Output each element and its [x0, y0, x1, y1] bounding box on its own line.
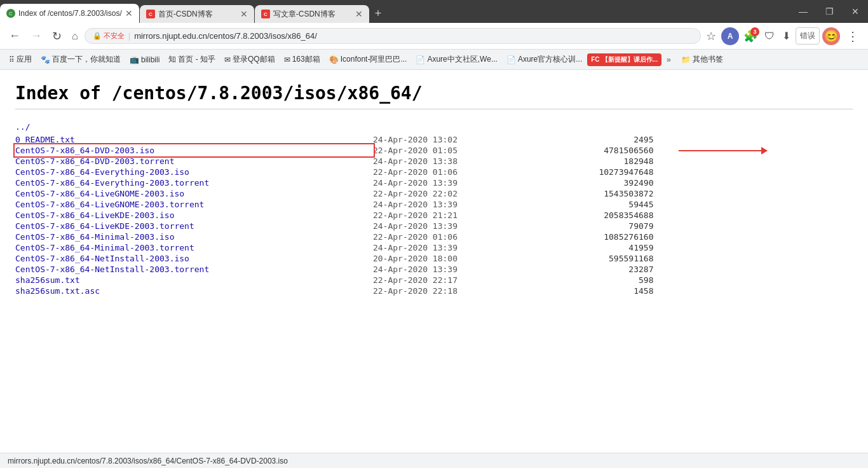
table-row: CentOS-7-x86_64-Minimal-2003.torrent24-A… [15, 242, 853, 253]
file-link[interactable]: CentOS-7-x86_64-LiveKDE-2003.torrent [15, 221, 194, 231]
table-row: CentOS-7-x86_64-LiveGNOME-2003.iso22-Apr… [15, 188, 853, 199]
file-link[interactable]: CentOS-7-x86_64-Minimal-2003.iso [15, 232, 174, 242]
close-button[interactable]: ✕ [843, 0, 868, 23]
home-button[interactable]: ⌂ [68, 28, 82, 45]
minimize-button[interactable]: — [790, 0, 817, 23]
file-link[interactable]: CentOS-7-x86_64-NetInstall-2003.iso [15, 254, 189, 263]
file-date: 24-Apr-2020 13:39 [373, 264, 542, 275]
file-link[interactable]: sha256sum.txt [15, 275, 80, 285]
file-link[interactable]: CentOS-7-x86_64-Everything-2003.iso [15, 167, 189, 177]
page-title: Index of /centos/7.8.2003/isos/x86_64/ [15, 83, 853, 109]
extension-badge[interactable]: 🧩 3 [742, 27, 759, 45]
file-date: 24-Apr-2020 13:39 [373, 177, 542, 188]
file-link[interactable]: CentOS-7-x86_64-LiveGNOME-2003.torrent [15, 200, 204, 209]
bookmarks-bar: ⠿ 应用 🐾 百度一下，你就知道 📺 bilibili 知 首页 - 知乎 ✉ … [0, 50, 868, 70]
tab-bar: C Index of /centos/7.8.2003/isos/ ✕ C 首页… [0, 0, 868, 23]
file-size: 1543503872 [542, 188, 667, 199]
tab-index[interactable]: C Index of /centos/7.8.2003/isos/ ✕ [0, 4, 139, 23]
file-date: 24-Apr-2020 13:39 [373, 221, 542, 231]
file-link[interactable]: CentOS-7-x86_64-DVD-2003.torrent [15, 156, 174, 166]
tab2-favicon: C [146, 10, 155, 18]
url-separator: | [128, 31, 130, 41]
file-date: 22-Apr-2020 01:06 [373, 231, 542, 242]
tab-csdn-write[interactable]: C 写文章-CSDN博客 ✕ [255, 5, 369, 23]
file-size: 10273947648 [542, 167, 667, 177]
file-size: 2058354688 [542, 210, 667, 221]
file-link[interactable]: 0_README.txt [15, 135, 75, 144]
status-bar: mirrors.njupt.edu.cn/centos/7.8.2003/iso… [0, 453, 868, 468]
extension-badge-count: 3 [750, 27, 759, 36]
address-bar: ← → ↻ ⌂ 🔒 不安全 | ☆ A 🧩 3 🛡 ⬇ 错误 😊 ⋮ [0, 23, 868, 50]
qq-mail-bookmark[interactable]: ✉ 登录QQ邮箱 [220, 52, 279, 67]
parent-dir-link[interactable]: ../ [15, 122, 30, 132]
file-size: 1458 [542, 286, 667, 296]
file-link[interactable]: CentOS-7-x86_64-DVD-2003.iso [15, 146, 154, 155]
file-size: 595591168 [542, 253, 667, 264]
table-row: CentOS-7-x86_64-Minimal-2003.iso22-Apr-2… [15, 231, 853, 242]
file-link[interactable]: CentOS-7-x86_64-LiveKDE-2003.iso [15, 210, 174, 220]
menu-button[interactable]: ⋮ [843, 26, 863, 46]
back-button[interactable]: ← [5, 27, 24, 45]
table-row: CentOS-7-x86_64-NetInstall-2003.torrent2… [15, 264, 853, 275]
security-indicator: 🔒 不安全 [93, 31, 125, 41]
address-input-wrap[interactable]: 🔒 不安全 | [85, 28, 701, 44]
file-date: 24-Apr-2020 13:38 [373, 156, 542, 167]
file-date: 22-Apr-2020 22:17 [373, 275, 542, 286]
user-avatar[interactable]: 😊 [822, 27, 840, 45]
file-date: 24-Apr-2020 13:39 [373, 199, 542, 210]
forward-button[interactable]: → [27, 27, 46, 45]
file-size: 1085276160 [542, 231, 667, 242]
translate-button[interactable]: 错误 [796, 27, 820, 45]
file-date: 22-Apr-2020 22:18 [373, 286, 542, 296]
zhihu-bookmark[interactable]: 知 首页 - 知乎 [165, 52, 219, 67]
tab2-title: 首页-CSDN博客 [158, 9, 237, 20]
new-tab-button[interactable]: + [370, 7, 387, 20]
tab-csdn-home[interactable]: C 首页-CSDN博客 ✕ [140, 5, 254, 23]
tab3-close[interactable]: ✕ [355, 9, 363, 19]
table-row: CentOS-7-x86_64-LiveKDE-2003.torrent24-A… [15, 221, 853, 231]
file-link[interactable]: CentOS-7-x86_64-Minimal-2003.torrent [15, 243, 194, 252]
other-bookmarks[interactable]: 📁 其他书签 [676, 52, 728, 67]
download-button[interactable]: ⬇ [780, 27, 793, 45]
table-row: CentOS-7-x86_64-LiveGNOME-2003.torrent24… [15, 199, 853, 210]
maximize-button[interactable]: ❐ [817, 0, 843, 23]
file-link[interactable]: sha256sum.txt.asc [15, 286, 100, 296]
tab3-title: 写文章-CSDN博客 [273, 9, 352, 20]
address-input[interactable] [134, 31, 693, 41]
page-content: Index of /centos/7.8.2003/isos/x86_64/ .… [0, 70, 868, 453]
tab1-close[interactable]: ✕ [125, 8, 133, 18]
fc-bookmark[interactable]: FC 【新提醒】课后作... [587, 53, 661, 66]
axure-cn-bookmark[interactable]: 📄 Axure中文社区,We... [412, 52, 501, 67]
tab1-title: Index of /centos/7.8.2003/isos/ [18, 9, 122, 18]
table-row: CentOS-7-x86_64-LiveKDE-2003.iso22-Apr-2… [15, 210, 853, 221]
file-list: ../ 0_README.txt24-Apr-2020 13:022495Cen… [15, 120, 853, 296]
baidu-bookmark[interactable]: 🐾 百度一下，你就知道 [37, 52, 125, 67]
163-mail-bookmark[interactable]: ✉ 163邮箱 [280, 52, 324, 67]
file-link[interactable]: CentOS-7-x86_64-NetInstall-2003.torrent [15, 265, 209, 274]
bookmark-star-button[interactable]: ☆ [703, 27, 719, 46]
file-date: 20-Apr-2020 18:00 [373, 253, 542, 264]
file-link[interactable]: CentOS-7-x86_64-LiveGNOME-2003.iso [15, 189, 184, 198]
file-date: 22-Apr-2020 01:06 [373, 167, 542, 177]
reload-button[interactable]: ↻ [48, 27, 65, 46]
file-link[interactable]: CentOS-7-x86_64-Everything-2003.torrent [15, 178, 209, 188]
profile-icon[interactable]: A [721, 27, 739, 45]
file-size: 23287 [542, 264, 667, 275]
file-date: 24-Apr-2020 13:39 [373, 242, 542, 253]
bookmarks-overflow[interactable]: » [663, 53, 675, 66]
bilibili-bookmark[interactable]: 📺 bilibili [126, 53, 163, 66]
file-size: 79079 [542, 221, 667, 231]
iconfont-bookmark[interactable]: 🎨 Iconfont-阿里巴巴... [325, 52, 411, 67]
apps-button[interactable]: ⠿ 应用 [5, 52, 36, 67]
file-size: 41959 [542, 242, 667, 253]
file-size: 2495 [542, 134, 667, 145]
table-row: sha256sum.txt.asc22-Apr-2020 22:181458 [15, 286, 853, 296]
table-row: 0_README.txt24-Apr-2020 13:022495 [15, 134, 853, 145]
tab2-close[interactable]: ✕ [240, 9, 248, 19]
file-size: 4781506560 [542, 145, 667, 156]
file-size: 59445 [542, 199, 667, 210]
shield-button[interactable]: 🛡 [762, 28, 777, 45]
window-controls: — ❐ ✕ [790, 0, 868, 23]
file-date: 22-Apr-2020 01:05 [373, 145, 542, 156]
axure-core-bookmark[interactable]: 📄 Axure官方核心训... [503, 52, 586, 67]
